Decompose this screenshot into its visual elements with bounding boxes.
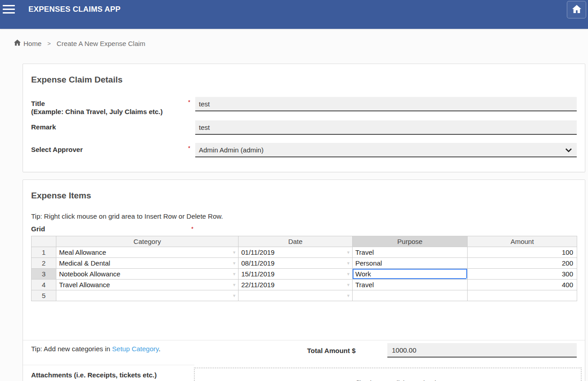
category-cell[interactable]: Travel Allowance▼ [56, 280, 239, 290]
approver-field-row: Select Approver * Admin Admin (admin) [31, 143, 577, 157]
remark-input[interactable] [195, 120, 577, 135]
breadcrumb-current: Create A New Expense Claim [57, 40, 146, 47]
purpose-cell[interactable]: Personal [353, 258, 468, 269]
breadcrumb: Home > Create A New Expense Claim [0, 29, 588, 55]
grid-row: 4 Travel Allowance▼ 22/11/2019▼ Travel 4… [32, 280, 577, 290]
purpose-cell[interactable] [353, 290, 468, 301]
home-icon [572, 5, 582, 15]
amount-cell[interactable]: 200 [468, 258, 577, 269]
column-header-amount: Amount [468, 236, 577, 247]
grid-label-row: Grid * [31, 225, 577, 233]
amount-cell[interactable] [468, 290, 577, 301]
grid-row: 1 Meal Allowance▼ 01/11/2019▼ Travel 100 [32, 247, 577, 258]
dropdown-arrow-icon: ▼ [232, 261, 236, 266]
row-divider [23, 365, 194, 365]
dropdown-arrow-icon: ▼ [232, 272, 236, 276]
grid-row: 3 Notebook Allowance▼ 15/11/2019▼ Work 3… [32, 269, 577, 280]
title-label: Title (Example: China Travel, July Claim… [31, 97, 188, 116]
claim-details-heading: Expense Claim Details [31, 75, 577, 85]
navbar: EXPENSES CLAIMS APP [0, 0, 588, 29]
category-cell[interactable]: Meal Allowance▼ [56, 247, 239, 258]
dropdown-arrow-icon: ▼ [232, 250, 236, 255]
dropdown-arrow-icon: ▼ [232, 294, 236, 298]
row-number: 3 [32, 269, 56, 280]
expense-grid: Category Date Purpose Amount 1 Meal Allo… [31, 236, 577, 301]
grid-row: 5 ▼ ▼ [32, 290, 577, 301]
row-number: 1 [32, 247, 56, 258]
amount-cell[interactable]: 300 [468, 269, 577, 280]
purpose-cell[interactable]: Travel [353, 247, 468, 258]
purpose-cell-selected[interactable]: Work [353, 269, 468, 280]
dropdown-arrow-icon: ▼ [346, 250, 350, 255]
category-cell[interactable]: ▼ [56, 290, 239, 301]
dropdown-arrow-icon: ▼ [346, 294, 350, 298]
date-cell[interactable]: 01/11/2019▼ [239, 247, 353, 258]
expense-items-heading: Expense Items [31, 191, 577, 201]
date-cell[interactable]: 22/11/2019▼ [239, 280, 353, 290]
approver-label: Select Approver [31, 143, 188, 154]
hamburger-menu-icon[interactable] [3, 5, 15, 16]
column-header-date: Date [239, 236, 353, 247]
required-asterisk: * [188, 97, 195, 106]
required-asterisk: * [191, 225, 193, 232]
expense-items-card: Expense Items Tip: Right click mouse on … [23, 179, 585, 381]
dropdown-arrow-icon: ▼ [346, 283, 350, 287]
remark-field-row: Remark [31, 120, 577, 135]
column-header-purpose: Purpose [353, 236, 468, 247]
total-amount-input[interactable] [387, 343, 577, 358]
amount-cell[interactable]: 100 [468, 247, 577, 258]
grid-header-row: Category Date Purpose Amount [32, 236, 577, 247]
date-cell[interactable]: 15/11/2019▼ [239, 269, 353, 280]
breadcrumb-home-label: Home [23, 40, 41, 47]
date-cell[interactable]: 08/11/2019▼ [239, 258, 353, 269]
remark-label: Remark [31, 120, 188, 131]
column-header-category: Category [56, 236, 239, 247]
chevron-down-icon [565, 146, 572, 154]
expense-claim-details-card: Expense Claim Details Title (Example: Ch… [23, 64, 585, 172]
dropdown-arrow-icon: ▼ [232, 283, 236, 287]
date-cell[interactable]: ▼ [239, 290, 353, 301]
grid-row: 2 Medical & Dental▼ 08/11/2019▼ Personal… [32, 258, 577, 269]
dropzone-text: Drop files here or click to upload [340, 379, 436, 381]
grid-label: Grid [31, 225, 45, 233]
category-cell[interactable]: Medical & Dental▼ [56, 258, 239, 269]
amount-cell[interactable]: 400 [468, 280, 577, 290]
breadcrumb-separator: > [47, 40, 51, 47]
category-cell[interactable]: Notebook Allowance▼ [56, 269, 239, 280]
setup-category-tip: Tip: Add new categories in Setup Categor… [31, 343, 307, 353]
home-button[interactable] [567, 1, 586, 18]
grid-tip: Tip: Right click mouse on grid area to I… [31, 212, 577, 220]
file-dropzone[interactable]: Drop files here or click to upload [194, 367, 582, 381]
row-number: 2 [32, 258, 56, 269]
title-input[interactable] [195, 97, 577, 111]
attachments-label: Attachments (i.e. Receipts, tickets etc.… [31, 371, 193, 379]
home-icon [14, 39, 21, 47]
app-title: EXPENSES CLAIMS APP [28, 5, 120, 14]
approver-selected-value: Admin Admin (admin) [199, 146, 263, 154]
total-amount-label: Total Amount $ [307, 343, 387, 354]
breadcrumb-home-link[interactable]: Home [14, 39, 41, 47]
row-number: 5 [32, 290, 56, 301]
required-asterisk: * [188, 143, 195, 151]
dropdown-arrow-icon: ▼ [346, 261, 350, 266]
approver-select[interactable]: Admin Admin (admin) [195, 143, 577, 157]
totals-row: Tip: Add new categories in Setup Categor… [23, 340, 585, 358]
title-field-row: Title (Example: China Travel, July Claim… [31, 97, 577, 116]
purpose-cell[interactable]: Travel [353, 280, 468, 290]
row-number: 4 [32, 280, 56, 290]
setup-category-link[interactable]: Setup Category [112, 345, 159, 353]
dropdown-arrow-icon: ▼ [346, 272, 350, 276]
corner-header [32, 236, 56, 247]
